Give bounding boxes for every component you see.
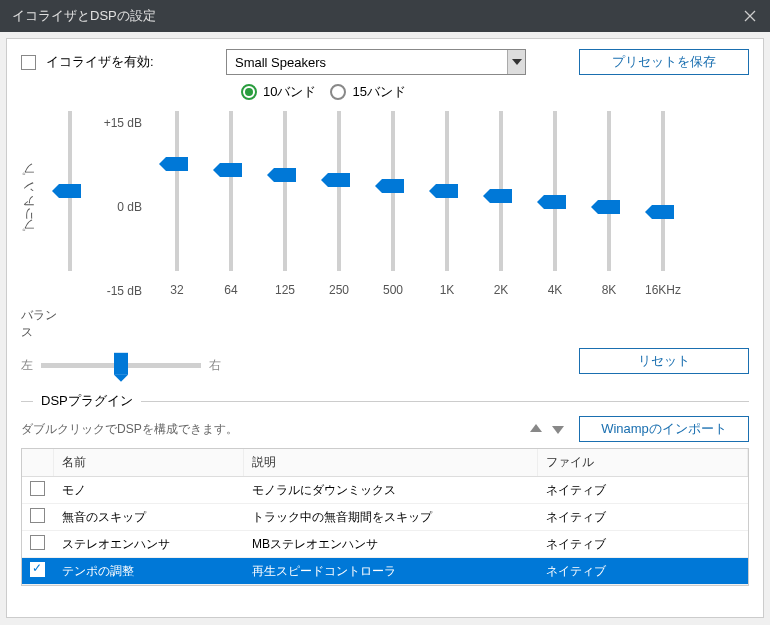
dsp-plugin-table: 名前 説明 ファイル モノモノラルにダウンミックスネイティブ無音のスキップトラッ… [21, 448, 749, 586]
band-15-label: 15バンド [352, 83, 405, 101]
plugin-enable-checkbox[interactable] [30, 562, 45, 577]
col-desc-header[interactable]: 説明 [244, 449, 538, 476]
dsp-section-title: DSPプラグイン [41, 392, 133, 410]
preamp-slider[interactable] [68, 111, 72, 271]
plugin-desc: モノラルにダウンミックス [244, 478, 538, 503]
eq-slider-thumb[interactable] [652, 205, 674, 219]
eq-slider-8K[interactable] [607, 111, 611, 271]
svg-marker-4 [552, 426, 564, 434]
equalizer-area: プリアンプ +15 dB 0 dB -15 dB 32641252505001K… [21, 107, 749, 307]
eq-slider-2K[interactable] [499, 111, 503, 271]
balance-label: バランス [21, 307, 65, 341]
svg-marker-3 [530, 424, 542, 432]
gain-axis: +15 dB 0 dB -15 dB [90, 107, 150, 307]
eq-band-250: 250 [312, 107, 366, 307]
eq-band-4K: 4K [528, 107, 582, 307]
preamp-axis-label: プリアンプ [21, 172, 38, 242]
eq-freq-label: 2K [494, 283, 509, 297]
table-row[interactable]: モノモノラルにダウンミックスネイティブ [22, 477, 748, 504]
enable-equalizer-checkbox[interactable] [21, 55, 36, 70]
eq-slider-thumb[interactable] [328, 173, 350, 187]
gain-label-bot: -15 dB [107, 284, 142, 298]
dsp-section-header: DSPプラグイン [21, 392, 749, 410]
move-up-icon[interactable] [527, 420, 545, 438]
plugin-name: モノ [54, 478, 244, 503]
eq-slider-thumb[interactable] [274, 168, 296, 182]
eq-band-32: 32 [150, 107, 204, 307]
winamp-import-button[interactable]: Winampのインポート [579, 416, 749, 442]
plugin-file: ネイティブ [538, 532, 748, 557]
band-10-radio[interactable] [241, 84, 257, 100]
reset-button[interactable]: リセット [579, 348, 749, 374]
eq-slider-250[interactable] [337, 111, 341, 271]
eq-band-2K: 2K [474, 107, 528, 307]
window-title: イコライザとDSPの設定 [12, 7, 156, 25]
balance-slider[interactable] [41, 363, 201, 368]
eq-band-16KHz: 16KHz [636, 107, 690, 307]
eq-freq-label: 125 [275, 283, 295, 297]
chevron-down-icon [507, 50, 525, 74]
plugin-enable-checkbox[interactable] [30, 535, 45, 550]
eq-band-125: 125 [258, 107, 312, 307]
eq-freq-label: 8K [602, 283, 617, 297]
table-row[interactable]: 無音のスキップトラック中の無音期間をスキップネイティブ [22, 504, 748, 531]
eq-slider-thumb[interactable] [544, 195, 566, 209]
eq-slider-thumb[interactable] [382, 179, 404, 193]
preset-select[interactable]: Small Speakers [226, 49, 526, 75]
plugin-name: ステレオエンハンサ [54, 532, 244, 557]
eq-slider-125[interactable] [283, 111, 287, 271]
save-preset-button[interactable]: プリセットを保存 [579, 49, 749, 75]
eq-slider-thumb[interactable] [166, 157, 188, 171]
eq-band-500: 500 [366, 107, 420, 307]
eq-freq-label: 500 [383, 283, 403, 297]
eq-slider-64[interactable] [229, 111, 233, 271]
eq-slider-500[interactable] [391, 111, 395, 271]
gain-label-mid: 0 dB [117, 200, 142, 214]
eq-freq-label: 250 [329, 283, 349, 297]
dsp-hint: ダブルクリックでDSPを構成できます。 [21, 421, 238, 438]
table-row[interactable]: テンポの調整再生スピードコントローラネイティブ [22, 558, 748, 585]
eq-freq-label: 1K [440, 283, 455, 297]
eq-freq-label: 64 [224, 283, 237, 297]
balance-slider-thumb[interactable] [114, 352, 128, 374]
eq-slider-4K[interactable] [553, 111, 557, 271]
preamp-slider-thumb[interactable] [59, 184, 81, 198]
plugin-file: ネイティブ [538, 478, 748, 503]
col-name-header[interactable]: 名前 [54, 449, 244, 476]
enable-equalizer-label: イコライザを有効: [46, 53, 216, 71]
plugin-name: 無音のスキップ [54, 505, 244, 530]
plugin-desc: MBステレオエンハンサ [244, 532, 538, 557]
eq-band-1K: 1K [420, 107, 474, 307]
plugin-desc: 再生スピードコントローラ [244, 559, 538, 584]
eq-band-64: 64 [204, 107, 258, 307]
dialog-content: イコライザを有効: Small Speakers プリセットを保存 10バンド … [6, 38, 764, 618]
plugin-desc: トラック中の無音期間をスキップ [244, 505, 538, 530]
close-icon[interactable] [742, 8, 758, 24]
eq-slider-thumb[interactable] [598, 200, 620, 214]
move-down-icon[interactable] [549, 420, 567, 438]
table-header: 名前 説明 ファイル [22, 449, 748, 477]
eq-freq-label: 16KHz [645, 283, 681, 297]
table-row[interactable]: ステレオエンハンサMBステレオエンハンサネイティブ [22, 531, 748, 558]
balance-left-label: 左 [21, 357, 33, 374]
plugin-file: ネイティブ [538, 505, 748, 530]
eq-freq-label: 32 [170, 283, 183, 297]
eq-slider-16KHz[interactable] [661, 111, 665, 271]
eq-slider-32[interactable] [175, 111, 179, 271]
plugin-file: ネイティブ [538, 559, 748, 584]
eq-slider-1K[interactable] [445, 111, 449, 271]
eq-band-8K: 8K [582, 107, 636, 307]
band-10-label: 10バンド [263, 83, 316, 101]
col-file-header[interactable]: ファイル [538, 449, 748, 476]
eq-slider-thumb[interactable] [490, 189, 512, 203]
plugin-enable-checkbox[interactable] [30, 508, 45, 523]
plugin-enable-checkbox[interactable] [30, 481, 45, 496]
balance-right-label: 右 [209, 357, 221, 374]
preset-select-value: Small Speakers [235, 55, 326, 70]
svg-marker-2 [512, 59, 522, 65]
eq-freq-label: 4K [548, 283, 563, 297]
band-15-radio[interactable] [330, 84, 346, 100]
titlebar: イコライザとDSPの設定 [0, 0, 770, 32]
eq-slider-thumb[interactable] [436, 184, 458, 198]
eq-slider-thumb[interactable] [220, 163, 242, 177]
